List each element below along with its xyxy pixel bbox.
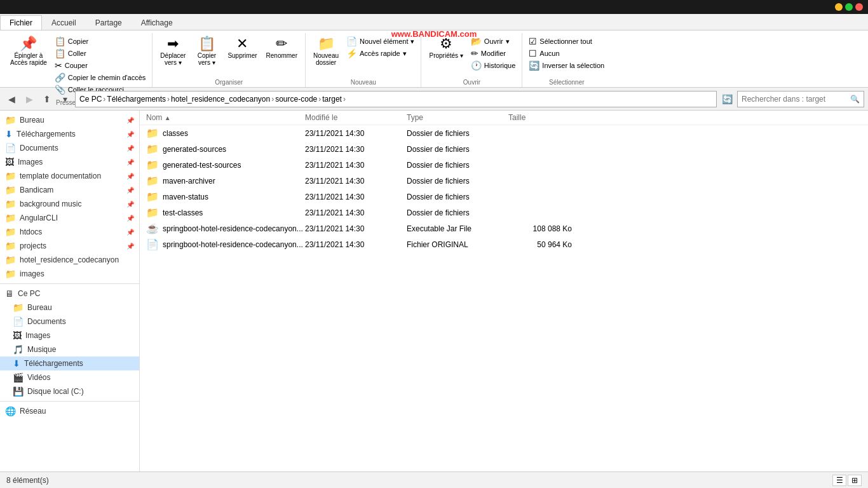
list-view-button[interactable]: ☰ (832, 475, 846, 486)
copier-vers-label: Copiervers ▾ (198, 52, 216, 66)
sidebar-item-htdocs[interactable]: 📁 htdocs 📌 (0, 225, 139, 239)
sidebar-item-disque[interactable]: 💾 Disque local (C:) (0, 384, 139, 398)
search-input[interactable] (742, 95, 850, 104)
table-row[interactable]: 📁 generated-sources 23/11/2021 14:30 Dos… (140, 141, 868, 157)
file-cell-type: Dossier de fichiers (407, 193, 508, 201)
forward-button[interactable]: ▶ (22, 92, 37, 107)
sidebar-item-reseau[interactable]: 🌐 Réseau (0, 404, 139, 418)
sidebar-item-telechargements-quick[interactable]: ⬇ Téléchargements 📌 (0, 127, 139, 141)
back-button[interactable]: ◀ (4, 92, 19, 107)
sidebar-item-bureau-quick[interactable]: 📁 Bureau 📌 (0, 113, 139, 127)
nouveau-dossier-button[interactable]: 📁 Nouveaudossier (309, 36, 342, 67)
close-button[interactable] (855, 3, 863, 11)
address-path[interactable]: Ce PC › Téléchargements › hotel_residenc… (75, 91, 717, 107)
inverser-button[interactable]: 🔄 Inverser la sélection (526, 60, 607, 71)
file-cell-type: Dossier de fichiers (407, 208, 508, 217)
table-row[interactable]: 📁 maven-status 23/11/2021 14:30 Dossier … (140, 189, 868, 205)
col-header-size[interactable]: Taille (508, 113, 585, 122)
copy-icon: 📋 (55, 36, 65, 46)
folder-blue-icon: 📁 (5, 115, 16, 125)
tab-affichage[interactable]: Affichage (132, 15, 182, 30)
copier-vers-button[interactable]: 📋 Copiervers ▾ (191, 36, 222, 67)
ribbon-group-ouvrir-content: ⚙ Propriétés ▾ 📂 Ouvrir ▾ ✏ Modifier 🕐 H… (425, 33, 518, 78)
tab-partage[interactable]: Partage (86, 15, 132, 30)
sidebar-item-telechargements-pc[interactable]: ⬇ Téléchargements (0, 356, 139, 370)
detail-view-button[interactable]: ⊞ (848, 475, 862, 486)
file-cell-name: ☕ springboot-hotel-residence-codecanyon.… (146, 222, 305, 234)
epingler-button[interactable]: 📌 Épingler àAccès rapide (6, 36, 51, 67)
table-row[interactable]: 📄 springboot-hotel-residence-codecanyon.… (140, 236, 868, 252)
sidebar-item-images2[interactable]: 📁 images (0, 267, 139, 281)
sidebar-item-background-music[interactable]: 📁 background music 📌 (0, 197, 139, 211)
sidebar-item-cepc[interactable]: 🖥 Ce PC (0, 287, 139, 301)
col-header-name[interactable]: Nom ▲ (146, 113, 305, 122)
tab-fichier[interactable]: Fichier (0, 15, 42, 30)
folder-hotel-icon: 📁 (5, 255, 16, 265)
status-bar: 8 élément(s) ☰ ⊞ (0, 471, 868, 488)
file-cell-name: 📄 springboot-hotel-residence-codecanyon.… (146, 238, 305, 250)
tout-button[interactable]: ☑ Sélectionner tout (526, 36, 607, 47)
up-button[interactable]: ⬆ (39, 92, 55, 107)
sidebar-item-images-quick[interactable]: 🖼 Images 📌 (0, 155, 139, 169)
table-row[interactable]: 📁 test-classes 23/11/2021 14:30 Dossier … (140, 205, 868, 220)
file-cell-name: 📁 maven-archiver (146, 175, 305, 187)
sidebar-videos-label: Vidéos (27, 373, 134, 382)
paste-icon: 📋 (55, 48, 65, 58)
sidebar-item-projects[interactable]: 📁 projects 📌 (0, 239, 139, 253)
computer-icon: 🖥 (5, 288, 14, 299)
copier-button[interactable]: 📋 Copier (52, 36, 149, 47)
table-row[interactable]: 📁 generated-test-sources 23/11/2021 14:3… (140, 157, 868, 173)
col-header-modified[interactable]: Modifié le (305, 113, 407, 122)
file-cell-type: Executable Jar File (407, 224, 508, 233)
historique-button[interactable]: 🕐 Historique (468, 60, 519, 71)
deplacer-button[interactable]: ➡ Déplacervers ▾ (156, 36, 189, 67)
sidebar-item-videos[interactable]: 🎬 Vidéos (0, 370, 139, 384)
acces-rapide-button[interactable]: ⚡ Accès rapide ▾ (344, 48, 417, 59)
sidebar-item-documents-pc[interactable]: 📄 Documents (0, 315, 139, 329)
table-row[interactable]: 📁 maven-archiver 23/11/2021 14:30 Dossie… (140, 173, 868, 189)
sidebar-item-template-doc[interactable]: 📁 template documentation 📌 (0, 169, 139, 183)
copier-chemin-button[interactable]: 🔗 Copier le chemin d'accès (52, 72, 149, 83)
ouvrir-button[interactable]: 📂 Ouvrir ▾ (468, 36, 519, 47)
refresh-button[interactable]: 🔄 (719, 92, 735, 107)
sidebar-item-musique[interactable]: 🎵 Musique (0, 342, 139, 356)
modifier-button[interactable]: ✏ Modifier (468, 48, 519, 59)
file-cell-modified: 23/11/2021 14:30 (305, 145, 407, 154)
file-name: test-classes (163, 208, 203, 217)
sidebar-telechargements-pc-label: Téléchargements (24, 359, 134, 368)
ribbon-group-presse-papiers-content: 📌 Épingler àAccès rapide 📋 Copier 📋 Coll… (6, 33, 148, 98)
col-header-type[interactable]: Type (407, 113, 508, 122)
recent-button[interactable]: ▾ (57, 92, 72, 107)
search-box[interactable]: 🔍 (737, 91, 864, 107)
sidebar-images-label: Images (18, 158, 123, 166)
supprimer-label: Supprimer (227, 52, 257, 59)
path-cepc: Ce PC (79, 95, 102, 104)
nouvel-element-button[interactable]: 📄 Nouvel élément ▾ (344, 36, 417, 47)
proprietes-button[interactable]: ⚙ Propriétés ▾ (425, 36, 466, 60)
maximize-button[interactable] (845, 3, 853, 11)
sidebar-item-documents-quick[interactable]: 📄 Documents 📌 (0, 141, 139, 155)
table-row[interactable]: ☕ springboot-hotel-residence-codecanyon.… (140, 220, 868, 236)
sidebar-item-bureau-pc[interactable]: 📁 Bureau (0, 301, 139, 315)
file-cell-type: Dossier de fichiers (407, 129, 508, 138)
folder-bandicam-icon: 📁 (5, 185, 16, 195)
minimize-button[interactable] (835, 3, 843, 11)
supprimer-button[interactable]: ✕ Supprimer (224, 36, 261, 60)
tab-accueil[interactable]: Accueil (42, 15, 86, 30)
sidebar-item-images-pc[interactable]: 🖼 Images (0, 329, 139, 342)
renommer-button[interactable]: ✏ Renommer (262, 36, 301, 60)
sidebar-item-angularcli[interactable]: 📁 AngularCLI 📌 (0, 211, 139, 225)
file-cell-modified: 23/11/2021 14:30 (305, 193, 407, 201)
coller-button[interactable]: 📋 Coller (52, 48, 149, 59)
sidebar-item-bandicam[interactable]: 📁 Bandicam 📌 (0, 183, 139, 197)
historique-label: Historique (484, 62, 516, 69)
sidebar-item-hotel-residence[interactable]: 📁 hotel_residence_codecanyon (0, 253, 139, 267)
network-icon: 🌐 (5, 406, 16, 416)
file-icon: 📁 (146, 127, 159, 139)
couper-button[interactable]: ✂ Couper (52, 60, 149, 71)
aucun-button[interactable]: ☐ Aucun (526, 48, 607, 59)
organiser-title: Organiser (156, 78, 301, 87)
table-row[interactable]: 📁 classes 23/11/2021 14:30 Dossier de fi… (140, 125, 868, 141)
ribbon-tabs: Fichier Accueil Partage Affichage (0, 14, 868, 30)
sidebar-music-label: background music (20, 200, 123, 208)
